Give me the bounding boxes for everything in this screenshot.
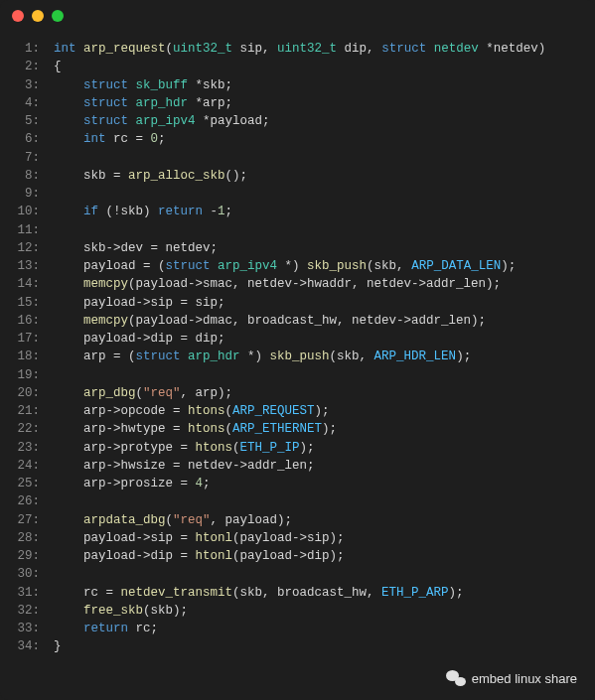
line-content: int rc = 0; [54, 130, 166, 148]
code-line: 11: [12, 221, 583, 239]
line-number: 13: [12, 257, 40, 275]
line-number: 26: [12, 492, 40, 510]
line-content: skb->dev = netdev; [54, 239, 218, 257]
code-line: 34:} [12, 637, 583, 655]
code-line: 21: arp->opcode = htons(ARP_REQUEST); [12, 402, 583, 420]
line-content: arp_dbg("req", arp); [54, 384, 232, 402]
code-line: 27: arpdata_dbg("req", payload); [12, 511, 583, 529]
line-content: arp->opcode = htons(ARP_REQUEST); [54, 402, 330, 420]
line-number: 19: [12, 366, 40, 384]
line-number: 30: [12, 565, 40, 583]
code-line: 23: arp->protype = htons(ETH_P_IP); [12, 439, 583, 457]
line-number: 10: [12, 203, 40, 220]
line-content: { [54, 58, 62, 75]
line-number: 17: [12, 330, 40, 348]
line-content: arp->hwtype = htons(ARP_ETHERNET); [54, 420, 337, 438]
code-line: 18: arp = (struct arp_hdr *) skb_push(sk… [12, 348, 583, 365]
code-line: 16: memcpy(payload->dmac, broadcast_hw, … [12, 312, 583, 330]
code-line: 28: payload->sip = htonl(payload->sip); [12, 529, 583, 547]
line-content: rc = netdev_transmit(skb, broadcast_hw, … [54, 584, 464, 602]
line-content: payload->sip = sip; [54, 294, 225, 312]
code-line: 26: [12, 492, 583, 510]
minimize-icon[interactable] [32, 10, 44, 22]
code-line: 2:{ [12, 58, 583, 75]
line-content: struct sk_buff *skb; [54, 76, 232, 94]
line-content: if (!skb) return -1; [54, 203, 232, 220]
line-number: 28: [12, 529, 40, 547]
code-line: 1:int arp_request(uint32_t sip, uint32_t… [12, 40, 583, 58]
line-content: memcpy(payload->dmac, broadcast_hw, netd… [54, 312, 486, 330]
line-number: 18: [12, 348, 40, 365]
code-line: 17: payload->dip = dip; [12, 330, 583, 348]
close-icon[interactable] [12, 10, 24, 22]
line-number: 15: [12, 294, 40, 312]
code-line: 7: [12, 149, 583, 167]
code-line: 5: struct arp_ipv4 *payload; [12, 112, 583, 130]
code-line: 14: memcpy(payload->smac, netdev->hwaddr… [12, 275, 583, 293]
line-content: struct arp_hdr *arp; [54, 94, 232, 112]
line-number: 32: [12, 602, 40, 620]
line-number: 16: [12, 312, 40, 330]
code-line: 9: [12, 185, 583, 203]
line-number: 2: [12, 58, 40, 75]
code-line: 19: [12, 366, 583, 384]
line-content: memcpy(payload->smac, netdev->hwaddr, ne… [54, 275, 501, 293]
code-line: 30: [12, 565, 583, 583]
line-number: 8: [12, 167, 40, 185]
line-number: 5: [12, 112, 40, 130]
line-number: 6: [12, 130, 40, 148]
code-window: 1:int arp_request(uint32_t sip, uint32_t… [0, 0, 595, 700]
line-content: payload->dip = htonl(payload->dip); [54, 547, 345, 565]
line-number: 24: [12, 457, 40, 475]
code-area: 1:int arp_request(uint32_t sip, uint32_t… [0, 32, 595, 668]
line-number: 9: [12, 185, 40, 203]
line-content: payload->dip = dip; [54, 330, 225, 348]
line-number: 12: [12, 239, 40, 257]
line-number: 4: [12, 94, 40, 112]
line-content: arpdata_dbg("req", payload); [54, 511, 292, 529]
line-number: 7: [12, 149, 40, 167]
line-number: 21: [12, 402, 40, 420]
line-content: arp->prosize = 4; [54, 475, 211, 492]
code-line: 15: payload->sip = sip; [12, 294, 583, 312]
code-line: 33: return rc; [12, 620, 583, 637]
line-content: arp->hwsize = netdev->addr_len; [54, 457, 315, 475]
wechat-icon [446, 670, 466, 686]
code-line: 13: payload = (struct arp_ipv4 *) skb_pu… [12, 257, 583, 275]
titlebar [0, 0, 595, 32]
code-line: 4: struct arp_hdr *arp; [12, 94, 583, 112]
line-content: return rc; [54, 620, 158, 637]
code-line: 22: arp->hwtype = htons(ARP_ETHERNET); [12, 420, 583, 438]
code-line: 25: arp->prosize = 4; [12, 475, 583, 492]
code-line: 29: payload->dip = htonl(payload->dip); [12, 547, 583, 565]
code-line: 24: arp->hwsize = netdev->addr_len; [12, 457, 583, 475]
line-content: payload = (struct arp_ipv4 *) skb_push(s… [54, 257, 516, 275]
line-number: 14: [12, 275, 40, 293]
code-line: 10: if (!skb) return -1; [12, 203, 583, 220]
line-number: 25: [12, 475, 40, 492]
line-content: arp->protype = htons(ETH_P_IP); [54, 439, 315, 457]
line-number: 31: [12, 584, 40, 602]
line-content: payload->sip = htonl(payload->sip); [54, 529, 345, 547]
line-content: arp = (struct arp_hdr *) skb_push(skb, A… [54, 348, 471, 365]
line-number: 33: [12, 620, 40, 637]
code-line: 12: skb->dev = netdev; [12, 239, 583, 257]
code-line: 20: arp_dbg("req", arp); [12, 384, 583, 402]
line-number: 11: [12, 221, 40, 239]
line-content: } [54, 637, 62, 655]
code-line: 3: struct sk_buff *skb; [12, 76, 583, 94]
line-content: struct arp_ipv4 *payload; [54, 112, 270, 130]
code-line: 32: free_skb(skb); [12, 602, 583, 620]
line-content: int arp_request(uint32_t sip, uint32_t d… [54, 40, 545, 58]
code-line: 8: skb = arp_alloc_skb(); [12, 167, 583, 185]
line-number: 27: [12, 511, 40, 529]
line-content: skb = arp_alloc_skb(); [54, 167, 247, 185]
watermark-text: embed linux share [472, 671, 577, 686]
line-number: 1: [12, 40, 40, 58]
line-number: 34: [12, 637, 40, 655]
line-number: 20: [12, 384, 40, 402]
line-number: 22: [12, 420, 40, 438]
zoom-icon[interactable] [52, 10, 64, 22]
code-line: 6: int rc = 0; [12, 130, 583, 148]
code-line: 31: rc = netdev_transmit(skb, broadcast_… [12, 584, 583, 602]
